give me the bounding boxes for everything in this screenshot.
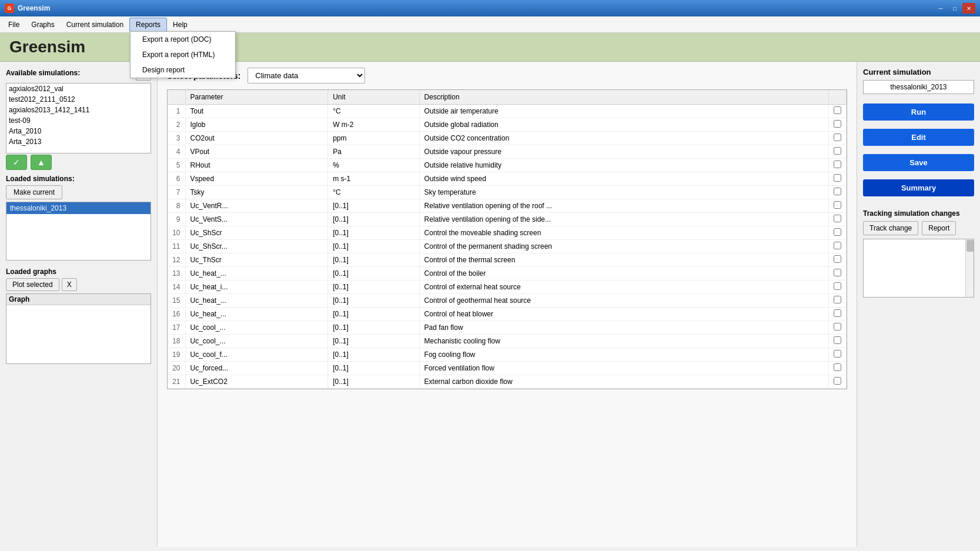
move-up-button[interactable]: ▲ xyxy=(31,155,52,170)
row-param: Uc_cool_... xyxy=(185,335,328,348)
export-doc-item[interactable]: Export a report (DOC) xyxy=(131,32,235,47)
param-checkbox[interactable] xyxy=(834,296,841,303)
run-button[interactable]: Run xyxy=(863,103,974,121)
move-down-button[interactable]: ✓ xyxy=(6,155,27,170)
param-checkbox[interactable] xyxy=(834,242,841,249)
table-row: 5 RHout % Outside relative humidity xyxy=(168,159,847,172)
row-checkbox[interactable] xyxy=(829,362,847,375)
row-checkbox[interactable] xyxy=(829,118,847,132)
row-checkbox[interactable] xyxy=(829,335,847,348)
loaded-sims-list[interactable]: thessaloniki_2013 xyxy=(6,202,151,261)
row-checkbox[interactable] xyxy=(829,226,847,240)
loaded-sim-thessaloniki[interactable]: thessaloniki_2013 xyxy=(6,202,150,214)
param-checkbox[interactable] xyxy=(834,188,841,195)
graph-col-header2 xyxy=(79,295,149,303)
menu-help[interactable]: Help xyxy=(167,18,193,31)
plot-selected-button[interactable]: Plot selected xyxy=(6,278,59,291)
row-checkbox[interactable] xyxy=(829,240,847,253)
row-desc: Control of the thermal screen xyxy=(419,253,828,267)
row-num: 5 xyxy=(168,159,185,172)
available-sims-list[interactable]: agxialos2012_val test2012_2111_0512 agxi… xyxy=(6,83,151,153)
param-checkbox[interactable] xyxy=(834,106,841,114)
edit-button[interactable]: Edit xyxy=(863,129,974,146)
param-checkbox[interactable] xyxy=(834,377,841,385)
row-desc: Outside vapour pressure xyxy=(419,145,828,159)
row-checkbox[interactable] xyxy=(829,280,847,294)
row-unit: % xyxy=(328,159,419,172)
param-checkbox[interactable] xyxy=(834,363,841,371)
close-plot-button[interactable]: X xyxy=(62,278,77,291)
row-unit: °C xyxy=(328,105,419,118)
sim-item-agxialos2013[interactable]: agxialos2013_1412_1411 xyxy=(6,105,150,115)
row-param: Uc_VentS... xyxy=(185,213,328,226)
row-checkbox[interactable] xyxy=(829,132,847,145)
table-row: 6 Vspeed m s-1 Outside wind speed xyxy=(168,172,847,186)
row-checkbox[interactable] xyxy=(829,199,847,213)
param-checkbox[interactable] xyxy=(834,269,841,276)
row-desc: Outside air temperature xyxy=(419,105,828,118)
close-button[interactable]: ✕ xyxy=(962,3,975,14)
minimize-button[interactable]: ─ xyxy=(934,3,947,14)
row-unit: [0..1] xyxy=(328,308,419,321)
param-category-select[interactable]: Climate data xyxy=(247,68,365,84)
row-checkbox[interactable] xyxy=(829,172,847,186)
sim-item-test09[interactable]: test-09 xyxy=(6,115,150,126)
row-checkbox[interactable] xyxy=(829,348,847,362)
row-unit: [0..1] xyxy=(328,294,419,308)
menu-current-simulation[interactable]: Current simulation xyxy=(61,18,129,31)
tracking-scrollbar[interactable] xyxy=(965,239,974,297)
sim-item-test2012[interactable]: test2012_2111_0512 xyxy=(6,94,150,105)
sim-item-agxialos2012[interactable]: agxialos2012_val xyxy=(6,84,150,94)
param-checkbox[interactable] xyxy=(834,350,841,358)
design-report-item[interactable]: Design report xyxy=(131,62,235,78)
maximize-button[interactable]: □ xyxy=(948,3,961,14)
summary-button[interactable]: Summary xyxy=(863,179,974,196)
track-change-button[interactable]: Track change xyxy=(863,221,918,235)
menu-reports[interactable]: Reports Export a report (DOC) Export a r… xyxy=(129,18,167,32)
row-checkbox[interactable] xyxy=(829,213,847,226)
row-checkbox[interactable] xyxy=(829,105,847,118)
param-checkbox[interactable] xyxy=(834,282,841,290)
param-checkbox[interactable] xyxy=(834,201,841,209)
param-checkbox[interactable] xyxy=(834,255,841,263)
row-param: Iglob xyxy=(185,118,328,132)
param-checkbox[interactable] xyxy=(834,147,841,155)
row-checkbox[interactable] xyxy=(829,267,847,280)
title-bar: G Greensim ─ □ ✕ xyxy=(0,0,980,16)
row-unit: [0..1] xyxy=(328,321,419,335)
save-button[interactable]: Save xyxy=(863,154,974,171)
sim-item-arta2013[interactable]: Arta_2013 xyxy=(6,136,150,147)
param-checkbox[interactable] xyxy=(834,228,841,236)
row-desc: Fog cooling flow xyxy=(419,348,828,362)
row-checkbox[interactable] xyxy=(829,294,847,308)
row-checkbox[interactable] xyxy=(829,159,847,172)
row-num: 16 xyxy=(168,308,185,321)
tracking-section: Tracking simulation changes Track change… xyxy=(863,205,974,298)
param-checkbox[interactable] xyxy=(834,323,841,330)
make-current-button[interactable]: Make current xyxy=(6,185,62,199)
param-checkbox[interactable] xyxy=(834,120,841,128)
row-unit: ppm xyxy=(328,132,419,145)
window-controls: ─ □ ✕ xyxy=(934,3,975,14)
param-checkbox[interactable] xyxy=(834,215,841,222)
menu-file[interactable]: File xyxy=(2,18,25,31)
row-checkbox[interactable] xyxy=(829,253,847,267)
param-checkbox[interactable] xyxy=(834,133,841,141)
row-checkbox[interactable] xyxy=(829,186,847,199)
row-num: 7 xyxy=(168,186,185,199)
export-html-item[interactable]: Export a report (HTML) xyxy=(131,47,235,62)
arrow-buttons: ✓ ▲ xyxy=(6,155,151,170)
report-button[interactable]: Report xyxy=(922,221,956,235)
menu-graphs[interactable]: Graphs xyxy=(25,18,60,31)
sim-item-arta2010[interactable]: Arta_2010 xyxy=(6,126,150,136)
row-checkbox[interactable] xyxy=(829,321,847,335)
param-checkbox[interactable] xyxy=(834,309,841,317)
param-checkbox[interactable] xyxy=(834,174,841,182)
table-row: 19 Uc_cool_f... [0..1] Fog cooling flow xyxy=(168,348,847,362)
row-checkbox[interactable] xyxy=(829,308,847,321)
row-checkbox[interactable] xyxy=(829,375,847,389)
row-desc: Control of heat blower xyxy=(419,308,828,321)
param-checkbox[interactable] xyxy=(834,161,841,168)
row-checkbox[interactable] xyxy=(829,145,847,159)
param-checkbox[interactable] xyxy=(834,336,841,344)
